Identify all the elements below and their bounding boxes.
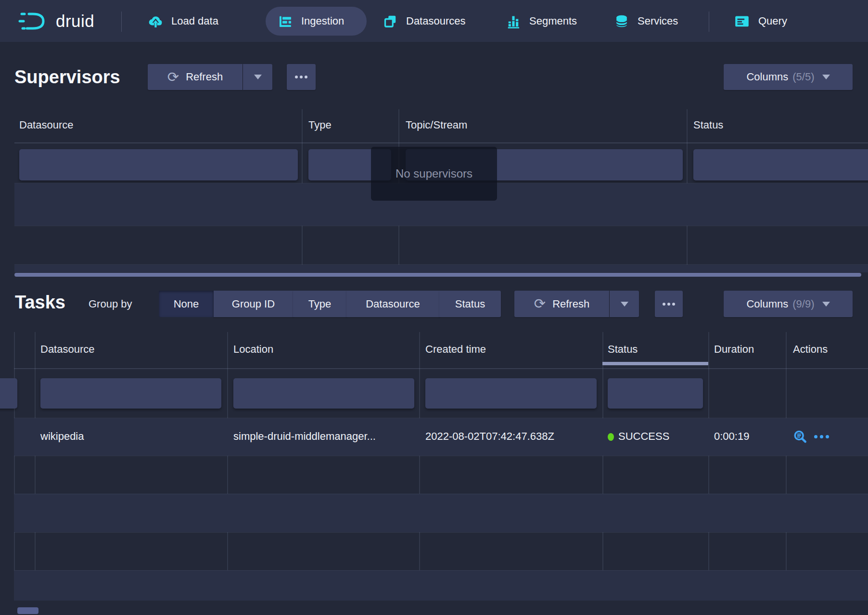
tasks-header-datasource[interactable]: Datasource <box>40 343 95 356</box>
nav-item-load-data[interactable]: Load data <box>148 0 218 42</box>
header-underline <box>14 368 868 369</box>
sup-header-type[interactable]: Type <box>308 119 332 131</box>
sup-status-filter-input[interactable] <box>693 149 868 180</box>
supervisors-horizontal-scrollbar[interactable] <box>14 273 861 277</box>
more-ellipsis-icon <box>663 303 675 306</box>
tasks-columns-button[interactable]: Columns (9/9) <box>724 291 853 317</box>
stacked-bar-chart-icon <box>506 14 521 28</box>
nav-item-label: Query <box>758 15 787 27</box>
row-divider <box>14 570 868 571</box>
database-icon <box>614 14 629 28</box>
task-location-cell: simple-druid-middlemanager... <box>233 430 376 443</box>
tasks-refresh-button[interactable]: ⟳ Refresh <box>514 291 609 317</box>
supervisors-title: Supervisors <box>14 67 120 88</box>
brand-wordmark: druid <box>56 12 94 31</box>
nav-item-label: Segments <box>529 15 577 27</box>
column-divider <box>35 332 36 601</box>
ingestion-chart-icon <box>278 14 293 28</box>
nav-item-label: Datasources <box>406 15 466 27</box>
nav-item-label: Load data <box>171 15 218 27</box>
success-status-dot <box>608 433 614 441</box>
supervisors-columns-button[interactable]: Columns (5/5) <box>724 64 853 90</box>
tasks-header-location[interactable]: Location <box>233 343 273 356</box>
tasks-more-button[interactable] <box>655 291 683 317</box>
row-divider <box>14 532 868 533</box>
cloud-upload-icon <box>148 14 163 28</box>
caret-down-icon <box>254 75 262 79</box>
supervisors-empty-message: No supervisors <box>371 147 497 201</box>
column-divider <box>227 332 228 601</box>
nav-item-services[interactable]: Services <box>614 0 678 42</box>
column-divider <box>786 332 787 601</box>
console-icon <box>734 14 750 28</box>
search-details-icon[interactable] <box>793 430 807 444</box>
group-by-none-button[interactable]: None <box>159 291 214 317</box>
empty-table-row <box>14 494 868 532</box>
stacked-squares-icon <box>383 14 397 28</box>
nav-item-label: Services <box>638 15 678 27</box>
sup-header-datasource[interactable]: Datasource <box>19 119 74 131</box>
tasks-header-actions[interactable]: Actions <box>793 343 828 356</box>
more-actions-icon[interactable] <box>814 435 829 438</box>
group-by-type-button[interactable]: Type <box>293 291 347 317</box>
column-divider <box>708 332 709 601</box>
nav-divider <box>709 12 709 32</box>
supervisors-refresh-button[interactable]: ⟳ Refresh <box>148 64 243 90</box>
empty-table-row <box>14 265 868 272</box>
group-by-label: Group by <box>89 298 132 310</box>
status-sort-indicator <box>602 362 708 365</box>
caret-down-icon <box>621 302 628 307</box>
tasks-header-duration[interactable]: Duration <box>714 343 754 356</box>
row-divider <box>14 494 868 494</box>
refresh-icon: ⟳ <box>167 70 179 84</box>
column-divider <box>419 332 420 601</box>
column-divider <box>14 332 15 601</box>
supervisors-refresh-interval-button[interactable] <box>243 64 272 90</box>
tasks-header-created-time[interactable]: Created time <box>425 343 486 356</box>
task-status-cell: SUCCESS <box>618 430 669 443</box>
sup-datasource-filter-input[interactable] <box>19 149 298 180</box>
group-by-group-id-button[interactable]: Group ID <box>214 291 294 317</box>
tasks-horizontal-scrollbar[interactable] <box>17 607 38 614</box>
more-ellipsis-icon <box>295 76 307 78</box>
row-divider <box>14 456 868 456</box>
refresh-icon: ⟳ <box>534 297 546 311</box>
tasks-created-time-filter-input[interactable] <box>425 378 597 409</box>
group-by-status-button[interactable]: Status <box>439 291 501 317</box>
row-divider <box>14 226 868 226</box>
group-by-datasource-button[interactable]: Datasource <box>346 291 440 317</box>
tasks-location-filter-input[interactable] <box>233 378 414 409</box>
tasks-status-filter-input[interactable] <box>608 378 703 409</box>
sup-header-status[interactable]: Status <box>693 119 723 131</box>
supervisors-more-button[interactable] <box>287 64 316 90</box>
task-created-time-cell: 2022-08-02T07:42:47.638Z <box>425 430 554 443</box>
druid-console: druid Load data Ingestion <box>0 0 868 615</box>
druid-logo-icon <box>17 10 49 32</box>
nav-item-label: Ingestion <box>301 15 344 27</box>
nav-item-segments[interactable]: Segments <box>506 0 577 42</box>
empty-table-row <box>14 570 868 601</box>
caret-down-icon <box>822 75 830 79</box>
task-datasource-cell: wikipedia <box>40 430 84 443</box>
tasks-refresh-interval-button[interactable] <box>610 291 639 317</box>
top-navbar: druid Load data Ingestion <box>0 0 868 42</box>
task-duration-cell: 0:00:19 <box>714 430 749 443</box>
tasks-title: Tasks <box>15 292 65 313</box>
tasks-header-status[interactable]: Status <box>608 343 638 356</box>
sup-header-topic-stream[interactable]: Topic/Stream <box>406 119 467 131</box>
nav-divider <box>121 12 122 32</box>
header-underline <box>14 142 868 143</box>
home-logo[interactable]: druid <box>17 0 94 42</box>
tasks-datasource-filter-input[interactable] <box>40 378 221 409</box>
tasks-hidden-column-filter-input[interactable] <box>0 378 17 409</box>
caret-down-icon <box>822 302 830 307</box>
nav-item-ingestion[interactable]: Ingestion <box>278 0 344 42</box>
column-divider <box>602 332 603 601</box>
nav-item-datasources[interactable]: Datasources <box>383 0 466 42</box>
nav-item-query[interactable]: Query <box>734 0 787 42</box>
